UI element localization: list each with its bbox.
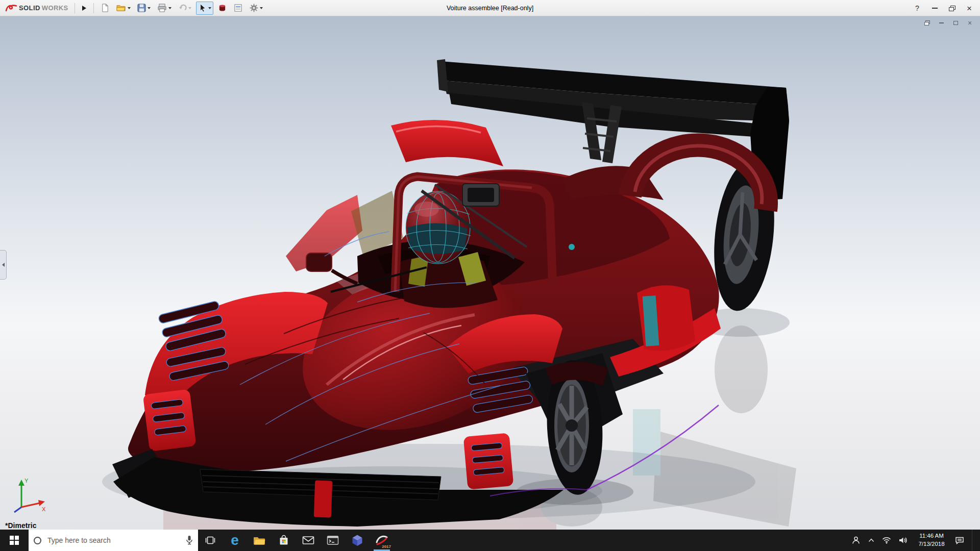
doc-close-button[interactable]: × [966, 19, 974, 27]
document-window-controls: × [923, 19, 974, 27]
command-prompt-button[interactable] [321, 530, 345, 551]
start-button[interactable] [0, 530, 29, 551]
appearance-icon [218, 4, 227, 12]
minimize-button[interactable] [927, 2, 942, 14]
solidworks-version-badge: 2017 [382, 544, 391, 549]
task-view-button[interactable] [198, 530, 223, 551]
help-button[interactable]: ? [910, 2, 925, 14]
mail-button[interactable] [296, 530, 321, 551]
edge-icon: e [231, 533, 239, 547]
graphics-viewport[interactable]: × X Y *Dimetric [0, 16, 980, 530]
brand-solid: SOLID [19, 4, 40, 12]
search-input[interactable] [46, 536, 181, 545]
wifi-icon [882, 537, 891, 544]
command-prompt-icon [327, 535, 339, 545]
view-orientation-label: *Dimetric [5, 521, 36, 530]
menu-expand-button[interactable] [79, 2, 89, 14]
doc-restore-button[interactable] [923, 19, 931, 27]
solidworks-app-button[interactable]: 2017 [370, 530, 394, 551]
triad-x-label: X [42, 506, 46, 512]
sheet-icon [234, 4, 242, 12]
new-document-button[interactable] [99, 2, 112, 15]
taskbar: e [0, 530, 980, 551]
people-button[interactable] [851, 536, 861, 545]
featuremanager-collapse-handle[interactable] [0, 250, 7, 280]
store-icon [279, 535, 289, 546]
titlebar: SOLIDWORKS [0, 0, 980, 16]
volume-icon [899, 537, 908, 544]
windows-logo-icon [10, 536, 19, 545]
restore-button[interactable] [944, 2, 960, 14]
undo-button[interactable] [176, 2, 193, 15]
tray-overflow-button[interactable] [868, 538, 874, 542]
people-icon [851, 536, 861, 545]
save-icon [137, 4, 146, 12]
brand-works: WORKS [42, 4, 68, 12]
mail-icon [302, 536, 314, 545]
open-folder-icon [116, 4, 126, 12]
network-button[interactable] [882, 537, 891, 544]
chevron-down-icon [188, 7, 191, 9]
volume-button[interactable] [899, 537, 908, 544]
action-center-button[interactable] [955, 536, 964, 544]
clock-time: 11:46 AM [916, 532, 947, 540]
maximize-icon [953, 21, 958, 25]
microphone-icon[interactable] [186, 535, 193, 545]
doc-minimize-button[interactable] [937, 19, 945, 27]
chevron-down-icon [260, 7, 263, 9]
new-document-icon [101, 4, 109, 12]
chevron-up-icon [868, 538, 874, 542]
solidworks-logo: SOLIDWORKS [5, 4, 68, 12]
appearances-button[interactable] [216, 2, 229, 15]
chevron-down-icon [128, 7, 131, 9]
minimize-icon [939, 22, 944, 23]
search-icon [34, 537, 41, 544]
print-icon [157, 4, 167, 12]
triad-y-label: Y [24, 478, 29, 484]
sheet-format-button[interactable] [232, 2, 245, 15]
restore-icon [924, 20, 930, 26]
undo-icon [178, 4, 187, 12]
chevron-down-icon [148, 7, 151, 9]
close-icon: × [968, 19, 972, 27]
close-button[interactable]: × [962, 2, 977, 14]
toolbar-separator [75, 3, 75, 13]
print-button[interactable] [155, 2, 174, 15]
options-gear-icon [250, 4, 258, 12]
options-button[interactable] [248, 2, 265, 15]
file-explorer-button[interactable] [247, 530, 272, 551]
save-button[interactable] [135, 2, 153, 15]
car-model-render [0, 16, 980, 530]
task-view-icon [205, 536, 216, 545]
play-arrow-icon [82, 6, 86, 11]
orientation-triad: X Y [9, 475, 50, 515]
select-tool-button[interactable] [196, 2, 213, 15]
close-icon: × [967, 4, 972, 13]
restore-icon [949, 6, 955, 11]
help-icon: ? [915, 4, 919, 12]
3d-viewer-button[interactable] [345, 530, 370, 551]
taskbar-clock[interactable]: 11:46 AM 7/13/2018 [916, 532, 947, 548]
minimize-icon [932, 8, 938, 9]
3d-cube-icon [352, 534, 363, 546]
toolbar-separator [93, 3, 94, 13]
show-desktop-button[interactable] [972, 530, 975, 551]
select-cursor-icon [198, 4, 207, 12]
taskbar-search[interactable] [29, 530, 198, 551]
chevron-down-icon [168, 7, 172, 9]
clock-date: 7/13/2018 [916, 540, 947, 548]
chevron-down-icon [208, 7, 211, 9]
doc-maximize-button[interactable] [951, 19, 960, 27]
store-button[interactable] [272, 530, 296, 551]
open-button[interactable] [114, 2, 133, 15]
chevron-left-icon [2, 263, 5, 267]
window-title: Voiture assemblee [Read-only] [447, 0, 533, 16]
file-explorer-icon [253, 535, 265, 545]
edge-button[interactable]: e [223, 530, 247, 551]
ds-logo-icon [5, 4, 17, 12]
action-center-icon [955, 536, 964, 544]
